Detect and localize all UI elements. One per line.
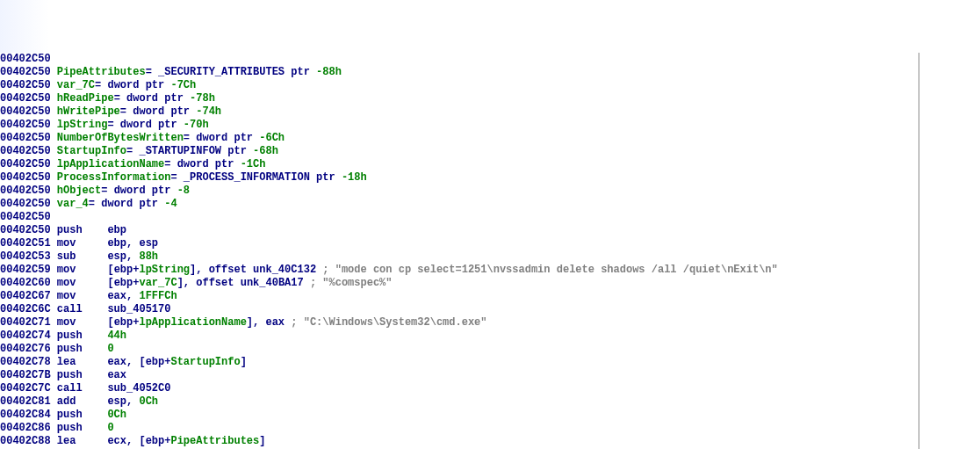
token-reg: eax xyxy=(107,290,126,302)
code-line[interactable]: 00402C60 mov [ebp+var_7C], offset unk_40… xyxy=(0,277,919,290)
token-reg: esp xyxy=(107,250,126,263)
token-type: dword ptr xyxy=(107,79,164,91)
token-func: sub_405170 xyxy=(107,303,170,315)
token-reg: eax xyxy=(107,356,126,368)
mnemonic: mov xyxy=(57,277,108,289)
token-num: -8 xyxy=(177,185,190,197)
token-num: 0 xyxy=(107,343,113,355)
token-reg: ecx xyxy=(107,435,126,447)
code-line[interactable]: 00402C76 push 0 xyxy=(0,343,919,356)
mnemonic: mov xyxy=(57,316,108,329)
code-line[interactable]: 00402C67 mov eax, 1FFFCh xyxy=(0,290,919,303)
token-plain: [ xyxy=(107,316,113,329)
address: 00402C50 xyxy=(0,132,51,144)
code-line[interactable]: 00402C71 mov [ebp+lpApplicationName], ea… xyxy=(0,316,919,330)
mnemonic: add xyxy=(57,395,108,408)
code-line[interactable]: 00402C59 mov [ebp+lpString], offset unk_… xyxy=(0,264,919,277)
token-type: dword ptr xyxy=(133,105,190,118)
address: 00402C81 xyxy=(0,395,51,408)
address: 00402C74 xyxy=(0,330,51,342)
mnemonic: call xyxy=(57,303,108,315)
token-plain xyxy=(170,185,177,197)
token-var: PipeAttributes xyxy=(57,66,146,78)
token-num: 0Ch xyxy=(107,409,126,421)
code-line[interactable]: 00402C50 NumberOfBytesWritten= dword ptr… xyxy=(0,132,919,145)
token-plain: = xyxy=(146,66,158,78)
token-plain: = xyxy=(95,79,107,91)
code-line[interactable]: 00402C50 PipeAttributes= _SECURITY_ATTRI… xyxy=(0,66,919,79)
token-num: -18h xyxy=(342,171,367,184)
token-type: dword ptr xyxy=(126,92,184,105)
code-line[interactable]: 00402C50 push ebp xyxy=(0,224,919,237)
token-var: var_7C xyxy=(57,79,95,91)
code-line[interactable]: 00402C50 StartupInfo= _STARTUPINFOW ptr … xyxy=(0,145,919,158)
code-line[interactable]: 00402C88 lea ecx, [ebp+PipeAttributes] xyxy=(0,435,919,448)
token-type: dword ptr xyxy=(101,198,158,210)
code-line[interactable]: 00402C50 ProcessInformation= _PROCESS_IN… xyxy=(0,171,919,185)
address: 00402C7B xyxy=(0,369,51,381)
mnemonic: push xyxy=(57,330,108,342)
code-line[interactable]: 00402C7C call sub_4052C0 xyxy=(0,382,919,395)
mnemonic: mov xyxy=(57,264,108,276)
disassembly-view[interactable]: 00402C50 00402C50 PipeAttributes= _SECUR… xyxy=(0,53,919,449)
address: 00402C50 xyxy=(0,79,51,91)
address: 00402C50 xyxy=(0,92,51,105)
code-line[interactable]: 00402C50 lpApplicationName= dword ptr -1… xyxy=(0,158,919,171)
token-type: _PROCESS_INFORMATION ptr xyxy=(184,171,335,184)
address: 00402C78 xyxy=(0,356,51,368)
token-type: _SECURITY_ATTRIBUTES ptr xyxy=(158,66,310,78)
token-num: 0Ch xyxy=(139,395,158,408)
token-plain: = xyxy=(107,119,119,131)
token-plain xyxy=(184,92,190,105)
mnemonic: push xyxy=(57,224,108,236)
token-sym: offset unk_40BA17 xyxy=(196,277,303,289)
token-type: dword ptr xyxy=(196,132,253,144)
token-plain: , xyxy=(126,250,139,263)
code-line[interactable]: 00402C50 hObject= dword ptr -8 xyxy=(0,185,919,198)
token-plain xyxy=(247,145,253,157)
token-num: -78h xyxy=(190,92,215,105)
token-plain: ] xyxy=(259,435,265,447)
address: 00402C51 xyxy=(0,237,51,250)
token-num: -6Ch xyxy=(259,132,285,144)
code-line[interactable]: 00402C50 lpString= dword ptr -70h xyxy=(0,119,919,132)
token-plain: = xyxy=(89,198,101,210)
token-var: hReadPipe xyxy=(57,92,114,105)
code-line[interactable]: 00402C53 sub esp, 88h xyxy=(0,250,919,264)
token-plain: [ xyxy=(107,277,113,289)
mnemonic: push xyxy=(57,422,108,434)
code-line[interactable]: 00402C84 push 0Ch xyxy=(0,409,919,422)
address: 00402C50 xyxy=(0,198,51,210)
token-reg: esp xyxy=(107,395,126,408)
code-line[interactable]: 00402C50 xyxy=(0,53,919,66)
token-plain: = xyxy=(114,92,126,105)
mnemonic: mov xyxy=(57,237,108,250)
code-line[interactable]: 00402C50 var_7C= dword ptr -7Ch xyxy=(0,79,919,92)
address: 00402C67 xyxy=(0,290,51,302)
code-line[interactable]: 00402C50 hWritePipe= dword ptr -74h xyxy=(0,105,919,119)
code-line[interactable]: 00402C7B push eax xyxy=(0,369,919,382)
mnemonic: push xyxy=(57,343,108,355)
token-func: sub_4052C0 xyxy=(107,382,170,395)
code-line[interactable]: 00402C50 hReadPipe= dword ptr -78h xyxy=(0,92,919,105)
token-plain: ] xyxy=(241,356,247,368)
mnemonic: lea xyxy=(57,435,108,447)
code-line[interactable]: 00402C50 var_4= dword ptr -4 xyxy=(0,198,919,211)
mnemonic: mov xyxy=(57,290,108,302)
address: 00402C50 xyxy=(0,171,51,184)
code-line[interactable]: 00402C78 lea eax, [ebp+StartupInfo] xyxy=(0,356,919,369)
code-line[interactable]: 00402C6C call sub_405170 xyxy=(0,303,919,316)
address: 00402C50 xyxy=(0,119,51,131)
address: 00402C86 xyxy=(0,422,51,434)
token-type: dword ptr xyxy=(177,158,234,170)
code-line[interactable]: 00402C51 mov ebp, esp xyxy=(0,237,919,250)
code-line[interactable]: 00402C86 push 0 xyxy=(0,422,919,435)
code-line[interactable]: 00402C50 xyxy=(0,211,919,224)
token-comment: ; "C:\Windows\System32\cmd.exe" xyxy=(291,316,486,329)
token-var: StartupInfo xyxy=(57,145,126,157)
token-comment: ; "%comspec%" xyxy=(310,277,393,289)
code-line[interactable]: 00402C74 push 44h xyxy=(0,330,919,343)
address: 00402C7C xyxy=(0,382,51,395)
code-line[interactable]: 00402C81 add esp, 0Ch xyxy=(0,395,919,409)
token-var: StartupInfo xyxy=(170,356,240,368)
